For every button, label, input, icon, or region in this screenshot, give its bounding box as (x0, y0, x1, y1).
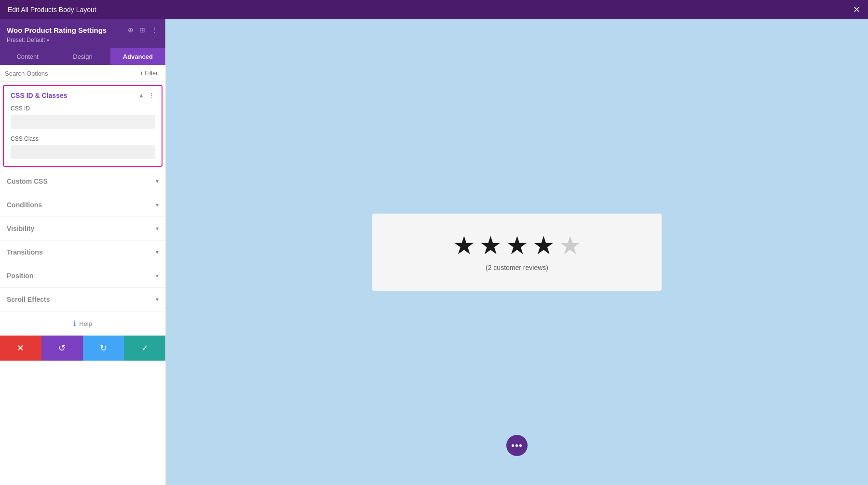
css-id-classes-title: CSS ID & Classes (11, 92, 68, 99)
scroll-effects-section: Scroll Effects ▾ (0, 288, 165, 311)
close-button[interactable]: ✕ (853, 4, 860, 15)
css-id-classes-header[interactable]: CSS ID & Classes ▲ ⋮ (4, 86, 162, 105)
visibility-section: Visibility ▾ (0, 217, 165, 241)
transitions-chevron: ▾ (156, 249, 159, 256)
custom-css-section: Custom CSS ▾ (0, 170, 165, 193)
star-5: ★ (559, 233, 582, 258)
star-4: ★ (532, 233, 555, 258)
position-title: Position (7, 272, 33, 280)
conditions-section: Conditions ▾ (0, 193, 165, 217)
transitions-header[interactable]: Transitions ▾ (2, 241, 163, 264)
fab-button[interactable]: ••• (506, 435, 528, 456)
section-controls: ▲ ⋮ (138, 92, 155, 99)
search-input[interactable] (5, 70, 134, 77)
tab-content[interactable]: Content (0, 48, 55, 65)
transitions-section: Transitions ▾ (0, 241, 165, 264)
position-chevron: ▾ (156, 272, 159, 279)
save-button[interactable]: ✓ (124, 336, 165, 361)
tab-design[interactable]: Design (55, 48, 110, 65)
help-row[interactable]: ℹ Help (0, 311, 165, 336)
page-title: Edit All Products Body Layout (8, 6, 96, 13)
conditions-chevron: ▾ (156, 202, 159, 208)
css-class-input[interactable] (11, 145, 155, 159)
more-icon-button[interactable]: ⋮ (150, 25, 159, 35)
cancel-button[interactable]: ✕ (0, 336, 41, 361)
bottom-bar: ✕ ↺ ↻ ✓ (0, 336, 165, 361)
filter-button[interactable]: + Filter (137, 69, 161, 78)
widget-title: Woo Product Rating Settings (7, 26, 107, 34)
scroll-effects-title: Scroll Effects (7, 296, 50, 303)
cancel-icon: ✕ (17, 343, 24, 353)
stars-row: ★ ★ ★ ★ ★ (453, 233, 582, 258)
target-icon-button[interactable]: ⊕ (127, 25, 135, 35)
preset-label: Preset: Default (7, 37, 45, 43)
star-1: ★ (453, 233, 475, 258)
save-icon: ✓ (141, 343, 149, 353)
content-area: ★ ★ ★ ★ ★ (2 customer reviews) ••• (166, 19, 868, 485)
conditions-header[interactable]: Conditions ▾ (2, 193, 163, 216)
top-bar: Edit All Products Body Layout ✕ (0, 0, 868, 19)
undo-button[interactable]: ↺ (41, 336, 83, 361)
tabs-row: Content Design Advanced (0, 48, 165, 65)
star-3: ★ (506, 233, 529, 258)
section-dots-icon[interactable]: ⋮ (148, 92, 155, 99)
redo-icon: ↻ (100, 343, 107, 353)
custom-css-title: Custom CSS (7, 177, 48, 185)
sidebar-header: Woo Product Rating Settings ⊕ ⊞ ⋮ Preset… (0, 19, 165, 48)
transitions-title: Transitions (7, 248, 43, 256)
visibility-title: Visibility (7, 225, 34, 232)
main-layout: Woo Product Rating Settings ⊕ ⊞ ⋮ Preset… (0, 19, 868, 485)
visibility-chevron: ▾ (156, 225, 159, 232)
css-id-input[interactable] (11, 115, 155, 129)
help-icon: ℹ (73, 319, 76, 328)
scroll-effects-chevron: ▾ (156, 296, 159, 303)
custom-css-header[interactable]: Custom CSS ▾ (2, 170, 163, 193)
grid-icon-button[interactable]: ⊞ (138, 25, 146, 35)
position-section: Position ▾ (0, 264, 165, 288)
widget-title-row: Woo Product Rating Settings ⊕ ⊞ ⋮ (7, 25, 159, 35)
position-header[interactable]: Position ▾ (2, 264, 163, 287)
widget-icon-group: ⊕ ⊞ ⋮ (127, 25, 159, 35)
chevron-up-icon: ▲ (138, 92, 144, 99)
sidebar: Woo Product Rating Settings ⊕ ⊞ ⋮ Preset… (0, 19, 166, 485)
custom-css-chevron: ▾ (156, 178, 159, 185)
css-id-label: CSS ID (11, 105, 155, 112)
help-label: Help (79, 320, 92, 327)
preset-arrow: ▾ (47, 38, 49, 43)
search-bar: + Filter (0, 65, 165, 82)
visibility-header[interactable]: Visibility ▾ (2, 217, 163, 240)
scroll-effects-header[interactable]: Scroll Effects ▾ (2, 288, 163, 311)
preset-row[interactable]: Preset: Default ▾ (7, 37, 159, 43)
css-id-classes-body: CSS ID CSS Class (4, 105, 162, 166)
fab-icon: ••• (511, 440, 523, 451)
conditions-title: Conditions (7, 201, 42, 209)
undo-icon: ↺ (58, 343, 66, 353)
tab-advanced[interactable]: Advanced (110, 48, 165, 65)
css-id-classes-section: CSS ID & Classes ▲ ⋮ CSS ID CSS Class (3, 85, 163, 167)
star-2: ★ (479, 233, 502, 258)
redo-button[interactable]: ↻ (83, 336, 124, 361)
reviews-text: (2 customer reviews) (486, 264, 548, 271)
css-class-label: CSS Class (11, 135, 155, 142)
rating-card: ★ ★ ★ ★ ★ (2 customer reviews) (372, 214, 662, 291)
